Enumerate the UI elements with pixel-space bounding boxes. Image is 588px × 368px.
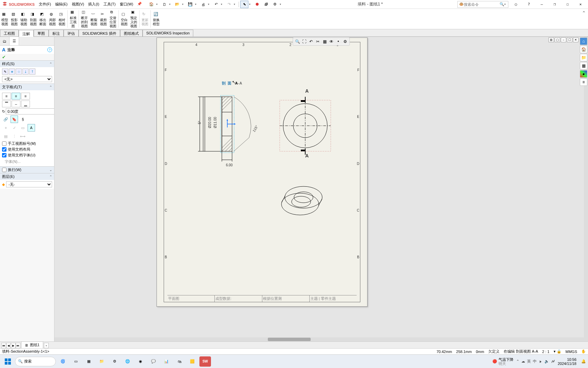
tp-design-library-icon[interactable]: 🏠 [580, 46, 587, 53]
dim-20[interactable]: Ø20.00 [208, 117, 212, 128]
hup-edit-scene-icon[interactable]: • [335, 39, 341, 45]
front-view-drawing[interactable] [276, 90, 334, 158]
menu-insert[interactable]: 插入(I) [86, 0, 101, 8]
tray-cloud-icon[interactable]: ☁ [521, 359, 525, 364]
flag-note-icon[interactable]: Α [28, 124, 35, 132]
sheet-nav-first[interactable]: ⏮ [1, 343, 6, 348]
pm-ok-button[interactable]: ✔ [0, 54, 54, 60]
rb-standard-3view[interactable]: ▦标准 三视 图 [68, 9, 78, 29]
font-button[interactable]: 字体(N)... [2, 158, 52, 165]
rb-projected-view[interactable]: ▧投影 视图 [10, 9, 19, 29]
align-left-button[interactable]: ≡ [2, 93, 11, 99]
rb-relative-view[interactable]: ◳相对 视图 [57, 9, 67, 29]
edge-icon[interactable]: 🌐 [122, 356, 133, 367]
doc-float-icon[interactable]: ▢ [555, 37, 560, 42]
tp-custom-props-icon[interactable]: ≡ [580, 78, 587, 86]
close-button[interactable]: ✕ [575, 1, 586, 8]
help-icon[interactable]: ? [523, 1, 534, 8]
qa-print-button[interactable]: 🖨 [199, 1, 207, 8]
settings-app-icon[interactable]: ⚙ [109, 356, 120, 367]
h-scrollbar[interactable] [54, 337, 588, 341]
rb-auxiliary-view[interactable]: ◧辅助 视图 [19, 9, 29, 29]
pm-style-header[interactable]: 样式(S)⌃ [0, 61, 54, 67]
h-scroll-thumb[interactable] [268, 338, 310, 341]
search-icon[interactable]: 🔍 [500, 2, 504, 6]
taskbar-search[interactable]: 🔍搜索 [15, 357, 56, 366]
menu-window[interactable]: 窗口(W) [118, 0, 135, 8]
panel-tab-feature-tree[interactable]: 🗂 [0, 37, 10, 45]
hup-prev-view-icon[interactable]: ↶ [308, 39, 314, 45]
user-account-icon[interactable]: ◯ [510, 1, 521, 8]
rb-replace-model[interactable]: 🔄替换 模型 [151, 9, 161, 29]
layer-select[interactable]: -无- [6, 181, 52, 187]
ribbon-collapse-button[interactable]: ⌃ [582, 10, 586, 16]
tp-appearances-icon[interactable]: ● [580, 70, 587, 78]
isometric-view-drawing[interactable] [280, 179, 327, 226]
sheet-tab-1[interactable]: 🗎图纸1 [21, 341, 43, 348]
qa-redo-button[interactable]: ↷ [225, 1, 233, 8]
dim-5deg[interactable]: 5° [198, 121, 201, 124]
sheet-nav-next[interactable]: ▶ [11, 343, 16, 348]
rb-broken-out-section[interactable]: ◫断开 的剖 视图 [80, 9, 89, 29]
qa-open-button[interactable]: 📂 [173, 1, 181, 8]
style-load-fav-icon[interactable]: ⤒ [29, 68, 35, 75]
hup-hide-show-icon[interactable]: 👁 [328, 39, 334, 45]
dim-11[interactable]: Ø11.00 [213, 117, 217, 128]
style-del-fav-icon[interactable]: ☆ [16, 68, 22, 75]
style-add-fav-icon[interactable]: ★ [9, 68, 15, 75]
hup-view-settings-icon[interactable]: ⚙ [342, 39, 348, 45]
wrap-checkbox[interactable] [2, 168, 6, 172]
pm-wrap-header[interactable]: 换行(W)⌄ [0, 167, 54, 173]
use-doc-layout-check[interactable]: 使用文档布局 [2, 147, 52, 152]
status-pointer-icon[interactable]: ✋ [581, 349, 586, 354]
tab-drawing[interactable]: 工程图 [0, 30, 19, 36]
menu-edit[interactable]: 编辑(E) [53, 0, 70, 8]
drawing-canvas[interactable]: ⊞ ▢ – ☐ ✕ 🔍 ⛶ ↶ ✂ ▦ 👁 • ⚙ ⌂ 🏠 📁 ▦ ● ≡ [54, 37, 588, 341]
menu-tools[interactable]: 工具(T) [101, 0, 118, 8]
qa-save-button[interactable]: 💾 [186, 1, 194, 8]
qa-options-list-button[interactable]: 🗊 [262, 1, 270, 8]
notifications-icon[interactable]: 🔔 [581, 359, 586, 364]
pm-help-icon[interactable]: ? [47, 47, 52, 52]
pm-textformat-header[interactable]: 文字格式(T)⌃ [0, 84, 54, 90]
style-apply-icon[interactable]: ✎ [2, 68, 8, 75]
rb-crop-view[interactable]: ✂裁剪 视图 [99, 9, 108, 29]
copilot-icon[interactable]: 🌀 [57, 356, 69, 367]
status-units[interactable]: MMGS [566, 350, 577, 354]
minimize-button[interactable]: — [536, 1, 547, 8]
excel-icon[interactable]: 📊 [161, 356, 172, 367]
tp-view-palette-icon[interactable]: ▦ [580, 62, 587, 70]
use-doc-font-check[interactable]: 使用文档字体(U) [2, 153, 52, 158]
style-select[interactable]: <无> [2, 76, 52, 82]
qa-undo-button[interactable]: ↶ [212, 1, 220, 8]
status-lock-icon[interactable]: ▾ 🔒 [554, 349, 561, 354]
taskbar-clock[interactable]: 10:56 2024/11/18 [558, 357, 578, 366]
valign-top-button[interactable]: ▔ [2, 101, 11, 107]
valign-middle-button[interactable]: – [12, 101, 20, 107]
drawing-sheet[interactable]: 4 3 2 1 F F E E D D C C B B 剖面A-A ↖A [157, 37, 368, 307]
qa-select-button[interactable]: ⬉ [240, 1, 248, 8]
tray-battery-icon[interactable]: 🗲 [551, 359, 555, 364]
tab-addins[interactable]: SOLIDWORKS 插件 [79, 30, 120, 36]
doc-close-icon[interactable]: ✕ [573, 37, 578, 42]
manual-view-label-check[interactable]: 手工视图标号(M) [2, 141, 52, 146]
sheet-add-button[interactable]: ＋ [44, 343, 49, 348]
align-center-button[interactable]: ≡ [12, 93, 20, 99]
pm-layer-header[interactable]: 图层(E)⌃ [0, 173, 54, 180]
tray-ime-icon[interactable]: 英 [527, 359, 531, 364]
maximize-button[interactable]: ☐ [562, 1, 573, 8]
restore-button[interactable]: ❐ [549, 1, 560, 8]
rb-removed-section[interactable]: ◩移出 断面 [38, 9, 48, 29]
rb-detail-view[interactable]: ◍局部 视图 [48, 9, 57, 29]
tp-file-explorer-icon[interactable]: 📁 [580, 54, 587, 61]
style-save-fav-icon[interactable]: ⤓ [22, 68, 29, 75]
qa-new-button[interactable]: 🗋 [160, 1, 168, 8]
pin-icon[interactable]: 📌 [135, 0, 144, 8]
command-search[interactable]: 🐵 🔍▾ [457, 1, 508, 8]
command-search-input[interactable] [464, 2, 500, 6]
sheet-nav-last[interactable]: ⏭ [16, 343, 20, 348]
store-icon[interactable]: 🛍 [174, 356, 185, 367]
start-button[interactable] [2, 356, 14, 367]
rb-empty-view[interactable]: ▢空白 视图 [119, 9, 129, 29]
sheet-nav-prev[interactable]: ◀ [6, 343, 11, 348]
